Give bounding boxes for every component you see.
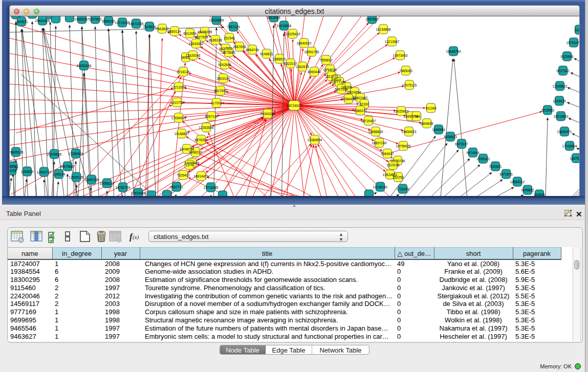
svg-text:1615152: 1615152 — [386, 163, 400, 167]
svg-text:9474444: 9474444 — [466, 151, 480, 155]
svg-text:16648784: 16648784 — [446, 50, 461, 53]
svg-text:1167533: 1167533 — [570, 157, 580, 160]
svg-text:15226055: 15226055 — [198, 30, 212, 34]
svg-text:2087682: 2087682 — [365, 17, 379, 21]
svg-text:435061: 435061 — [10, 165, 18, 168]
svg-text:13325419: 13325419 — [286, 32, 300, 36]
svg-text:7964: 7964 — [413, 115, 421, 118]
svg-text:9129966: 9129966 — [560, 55, 574, 58]
svg-text:10807487: 10807487 — [353, 96, 368, 100]
svg-text:7632621: 7632621 — [489, 165, 502, 168]
svg-text:5322037: 5322037 — [284, 62, 297, 65]
svg-text:22420046: 22420046 — [186, 54, 201, 57]
svg-text:8186328: 8186328 — [209, 38, 222, 42]
svg-text:90975887: 90975887 — [60, 165, 75, 168]
svg-text:6679197: 6679197 — [455, 142, 468, 146]
svg-text:1145194: 1145194 — [53, 172, 66, 176]
svg-text:10654112: 10654112 — [510, 180, 525, 184]
svg-text:1274: 1274 — [186, 163, 193, 167]
svg-text:12095822: 12095822 — [553, 84, 568, 88]
svg-text:12505135: 12505135 — [69, 176, 84, 179]
svg-text:15720407: 15720407 — [361, 119, 376, 123]
svg-text:14136141: 14136141 — [373, 185, 388, 189]
svg-text:10653267: 10653267 — [75, 17, 90, 21]
svg-text:10958107: 10958107 — [100, 182, 115, 185]
svg-text:1244415: 1244415 — [553, 99, 566, 103]
svg-text:12975115: 12975115 — [402, 83, 417, 87]
svg-text:(x): (x) — [133, 234, 139, 240]
svg-text:9777169: 9777169 — [333, 80, 346, 84]
svg-text:1640954: 1640954 — [432, 128, 445, 132]
svg-text:8267110: 8267110 — [205, 115, 218, 118]
svg-text:8878354: 8878354 — [194, 138, 208, 142]
svg-text:7357224: 7357224 — [227, 25, 240, 29]
svg-text:17957255: 17957255 — [84, 178, 99, 182]
svg-text:19166827: 19166827 — [175, 132, 189, 136]
svg-text:17654905: 17654905 — [171, 116, 186, 120]
svg-text:8912954: 8912954 — [183, 32, 197, 35]
svg-text:15692971: 15692971 — [557, 130, 572, 134]
svg-text:9084067: 9084067 — [381, 152, 394, 156]
svg-text:19218506: 19218506 — [277, 24, 292, 28]
svg-text:1733426: 1733426 — [396, 187, 409, 191]
svg-text:16154808: 16154808 — [376, 28, 391, 31]
svg-text:25300285: 25300285 — [260, 112, 275, 116]
svg-text:3624554: 3624554 — [348, 91, 361, 94]
svg-text:3875685: 3875685 — [222, 51, 235, 54]
svg-text:9327505: 9327505 — [219, 47, 232, 51]
svg-text:8813054: 8813054 — [267, 16, 280, 19]
svg-text:39159: 39159 — [10, 169, 16, 172]
svg-text:252254: 252254 — [393, 176, 404, 179]
svg-text:18724007: 18724007 — [287, 104, 302, 107]
svg-text:2867608: 2867608 — [233, 45, 246, 49]
svg-text:12942737: 12942737 — [37, 170, 52, 174]
svg-text:16120746: 16120746 — [390, 159, 405, 163]
svg-text:1527602: 1527602 — [89, 17, 102, 21]
svg-text:6794028: 6794028 — [323, 68, 337, 72]
svg-text:9146821: 9146821 — [260, 52, 273, 56]
svg-text:8427552: 8427552 — [214, 89, 227, 93]
svg-text:924506: 924506 — [534, 193, 545, 196]
svg-text:16961755: 16961755 — [304, 50, 319, 54]
svg-text:9245652: 9245652 — [521, 188, 534, 192]
svg-text:12923468: 12923468 — [131, 191, 146, 195]
svg-text:19654923: 19654923 — [402, 130, 417, 134]
svg-text:1405571: 1405571 — [15, 20, 28, 24]
svg-text:10719155: 10719155 — [115, 21, 130, 25]
svg-text:15751074: 15751074 — [567, 41, 580, 45]
svg-text:7625402: 7625402 — [177, 173, 190, 177]
svg-text:19384554: 19384554 — [308, 138, 322, 142]
svg-text:16782759: 16782759 — [116, 186, 130, 189]
svg-text:9660124: 9660124 — [168, 30, 181, 33]
svg-text:7485063: 7485063 — [399, 69, 412, 73]
svg-text:26605105: 26605105 — [10, 150, 24, 154]
svg-text:8471676: 8471676 — [499, 172, 513, 176]
svg-text:20691406: 20691406 — [35, 19, 50, 23]
svg-text:9242848: 9242848 — [218, 63, 231, 67]
svg-text:911340: 911340 — [425, 106, 437, 110]
svg-text:1010755: 1010755 — [170, 101, 184, 104]
svg-text:6899695: 6899695 — [420, 122, 433, 125]
svg-text:7986372: 7986372 — [354, 109, 367, 113]
svg-text:20206526: 20206526 — [47, 152, 62, 156]
svg-text:6497568: 6497568 — [335, 87, 348, 91]
svg-text:12213967: 12213967 — [385, 40, 400, 43]
svg-text:20053346: 20053346 — [77, 64, 92, 68]
svg-text:62160: 62160 — [360, 102, 369, 106]
svg-text:12213369: 12213369 — [171, 85, 186, 89]
svg-text:7515526: 7515526 — [143, 25, 156, 29]
svg-text:5938923: 5938923 — [444, 135, 457, 139]
svg-text:17016504: 17016504 — [562, 144, 577, 148]
svg-text:12353594: 12353594 — [199, 126, 214, 129]
svg-text:11172: 11172 — [575, 28, 580, 32]
svg-text:417004: 417004 — [211, 101, 222, 105]
svg-text:6966160: 6966160 — [102, 19, 115, 23]
svg-text:16543382: 16543382 — [189, 42, 204, 46]
svg-text:3215953: 3215953 — [541, 108, 554, 112]
svg-text:16914479: 16914479 — [194, 174, 209, 178]
svg-text:231546: 231546 — [224, 36, 235, 40]
svg-text:9227342: 9227342 — [556, 69, 570, 73]
svg-text:16210643: 16210643 — [554, 115, 569, 118]
svg-text:8454749: 8454749 — [246, 48, 259, 52]
svg-text:16671355: 16671355 — [129, 22, 144, 26]
